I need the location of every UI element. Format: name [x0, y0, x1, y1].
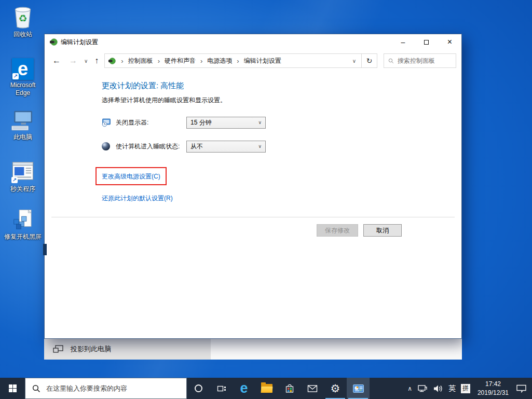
task-view-icon: [216, 384, 226, 393]
save-changes-button[interactable]: 保存修改: [317, 224, 358, 237]
page-content: 更改计划的设置: 高性能 选择希望计算机使用的睡眠设置和显示设置。 关闭显示器:: [45, 72, 461, 338]
settings-content-area: [211, 339, 462, 360]
desktop-icon-label: Microsoft Edge: [5, 81, 41, 97]
address-dropdown-button[interactable]: ∨: [347, 58, 361, 64]
up-button[interactable]: ↑: [92, 56, 101, 65]
volume-icon[interactable]: [433, 384, 443, 393]
language-indicator[interactable]: 英: [448, 384, 456, 393]
desktop-icon-registry-fix[interactable]: 修复开机黑屏: [3, 209, 43, 241]
refresh-button[interactable]: ↻: [361, 54, 377, 67]
svg-text:♻: ♻: [18, 13, 27, 24]
back-button[interactable]: ←: [50, 56, 63, 65]
setting-label: 使计算机进入睡眠状态:: [116, 142, 186, 151]
history-dropdown-button[interactable]: ∨: [83, 58, 89, 64]
breadcrumb-item-hardware-sound[interactable]: 硬件和声音: [163, 57, 197, 65]
search-icon: [388, 58, 394, 64]
breadcrumb-item-power-options[interactable]: 电源选项: [206, 57, 233, 65]
taskbar-edge-button[interactable]: e: [233, 378, 255, 399]
edit-plan-settings-window: 编辑计划设置 – × ← → ∨ ↑ › 控制面板 › 硬件和声音: [44, 34, 462, 339]
display-timeout-icon: [102, 118, 111, 127]
selected-value: 从不: [190, 142, 203, 151]
settings-button[interactable]: ⚙: [324, 378, 347, 399]
desktop-icon-label: 修复开机黑屏: [4, 233, 42, 241]
edge-icon: e: [240, 381, 248, 395]
ime-mode-icon[interactable]: 拼: [461, 384, 470, 393]
task-view-button[interactable]: [210, 378, 233, 399]
page-description: 选择希望计算机使用的睡眠设置和显示设置。: [102, 96, 461, 105]
chevron-down-icon: ∨: [258, 144, 265, 149]
start-button[interactable]: [0, 378, 25, 399]
desktop-icon-label: 回收站: [13, 31, 32, 38]
file-explorer-button[interactable]: [255, 378, 278, 399]
minimize-icon: –: [401, 38, 405, 46]
breadcrumb: › 控制面板 › 硬件和声音 › 电源选项 › 编辑计划设置: [105, 54, 347, 67]
sleep-timeout-select[interactable]: 从不 ∨: [186, 141, 266, 153]
taskbar-search-input[interactable]: [46, 384, 186, 392]
navigation-toolbar: ← → ∨ ↑ › 控制面板 › 硬件和声音 › 电源选项 › 编辑计划设置: [45, 50, 461, 72]
desktop-icon-recycle-bin[interactable]: ♻ 回收站: [3, 4, 43, 38]
address-bar[interactable]: › 控制面板 › 硬件和声音 › 电源选项 › 编辑计划设置 ∨ ↻: [104, 53, 377, 68]
minimize-button[interactable]: –: [391, 35, 415, 50]
clock[interactable]: 17:42 2019/12/31: [475, 380, 511, 396]
red-highlight-box: 更改高级电源设置(C): [96, 167, 167, 185]
forward-button[interactable]: →: [66, 56, 80, 65]
store-icon: [284, 383, 295, 394]
show-hidden-icons-button[interactable]: ∧: [407, 385, 412, 392]
breadcrumb-separator: ›: [117, 57, 127, 65]
restore-default-settings-link[interactable]: 还原此计划的默认设置(R): [102, 194, 173, 203]
settings-window-behind: 投影到此电脑: [44, 339, 462, 360]
cancel-button[interactable]: 取消: [363, 224, 402, 237]
tray-date: 2019/12/31: [478, 389, 509, 397]
maximize-icon: [424, 40, 429, 45]
network-icon[interactable]: [417, 384, 428, 393]
power-plug-icon: [108, 57, 116, 65]
change-advanced-power-settings-link[interactable]: 更改高级电源设置(C): [102, 172, 160, 181]
power-plug-icon: [49, 38, 58, 46]
file-explorer-icon: [261, 384, 272, 393]
background-window-edge: [43, 244, 47, 255]
taskbar: e ⚙: [0, 378, 532, 399]
chevron-down-icon: ∨: [258, 120, 265, 125]
close-button[interactable]: ×: [438, 35, 461, 50]
breadcrumb-separator: ›: [154, 57, 163, 65]
desktop-icon-this-pc[interactable]: 此电脑: [3, 110, 43, 141]
control-panel-icon: [353, 384, 364, 393]
titlebar[interactable]: 编辑计划设置 – ×: [45, 34, 461, 50]
close-icon: ×: [447, 37, 452, 47]
this-pc-icon: [10, 110, 35, 132]
search-input[interactable]: [398, 57, 452, 64]
setting-row-turn-off-display: 关闭显示器: 15 分钟 ∨: [102, 116, 461, 129]
desktop-icon-microsoft-edge[interactable]: e ↗ Microsoft Edge: [3, 58, 43, 97]
taskbar-search[interactable]: [25, 378, 187, 399]
desktop-icon-label: 此电脑: [13, 133, 32, 141]
edge-icon: e ↗: [12, 58, 34, 80]
project-to-pc-icon: [53, 345, 63, 353]
program-window-icon: ↗: [11, 161, 35, 184]
setting-label: 关闭显示器:: [116, 118, 186, 127]
edit-plan-settings-taskbar-button[interactable]: [347, 378, 370, 399]
tray-time: 17:42: [478, 380, 509, 388]
breadcrumb-item-control-panel[interactable]: 控制面板: [127, 57, 154, 65]
system-tray: ∧ 英 拼 17:42 2019/12/31: [402, 378, 532, 399]
desktop: ♻ 回收站 e ↗ Microsoft Edge 此电脑: [0, 0, 532, 399]
action-center-icon[interactable]: [516, 384, 527, 393]
cortana-icon: [195, 384, 202, 392]
settings-nav-item-project-to-pc[interactable]: 投影到此电脑: [44, 339, 211, 360]
shortcut-arrow-icon: ↗: [11, 177, 18, 183]
page-title: 更改计划的设置: 高性能: [102, 81, 461, 91]
mail-button[interactable]: [301, 378, 324, 399]
control-panel-search[interactable]: [384, 53, 456, 68]
maximize-button[interactable]: [415, 35, 438, 50]
mail-icon: [307, 384, 318, 393]
desktop-icon-app-shortcut[interactable]: ↗ 秒关程序: [3, 161, 43, 193]
shortcut-arrow-icon: ↗: [12, 73, 19, 79]
microsoft-store-button[interactable]: [278, 378, 301, 399]
registry-file-icon: [11, 209, 35, 231]
desktop-icon-label: 秒关程序: [10, 185, 35, 193]
selected-value: 15 分钟: [190, 118, 212, 127]
recycle-bin-icon: ♻: [11, 4, 35, 29]
display-timeout-select[interactable]: 15 分钟 ∨: [186, 117, 266, 129]
breadcrumb-item-edit-plan-settings[interactable]: 编辑计划设置: [243, 57, 282, 65]
cortana-button[interactable]: [187, 378, 210, 399]
window-title: 编辑计划设置: [61, 38, 391, 47]
